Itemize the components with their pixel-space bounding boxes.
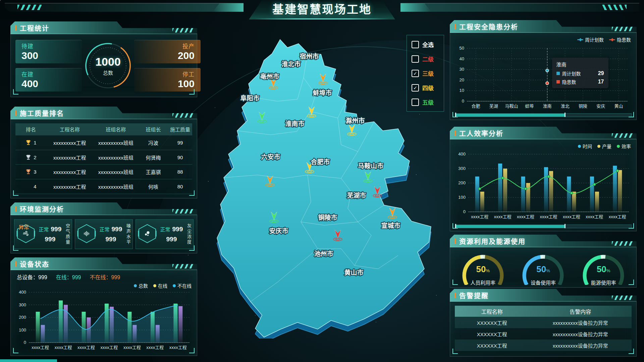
alarm-content-cell: xxxxxxxxxx设备拉力异常 <box>529 342 632 349</box>
datazoom-fill[interactable] <box>455 225 565 228</box>
slashes-icon <box>612 26 633 31</box>
filter-option-四级[interactable]: ✓四级 <box>407 80 444 95</box>
filter-label: 五级 <box>422 98 434 106</box>
safety-legend: 周计划数隐患数 <box>577 36 631 43</box>
datazoom-slider[interactable] <box>455 113 632 117</box>
svg-text:400: 400 <box>458 152 466 157</box>
legend-dot-icon <box>578 145 581 148</box>
filter-label: 二级 <box>422 55 434 63</box>
legend-item-在线[interactable]: 在线 <box>153 282 167 289</box>
checkbox-icon[interactable] <box>412 99 419 106</box>
datazoom-handle[interactable] <box>565 224 566 228</box>
panel-resources: 资源利用及能源使用 50%人员利用率50%设备使用率50%能源使用率 <box>450 235 637 288</box>
legend-item-周计划数[interactable]: 周计划数 <box>577 36 604 43</box>
legend-item-产量[interactable]: 产量 <box>597 143 611 149</box>
page-header: 基建智慧现场工地 <box>0 0 644 21</box>
team-name-cell: xxxxxxxxxx班组 <box>93 139 139 146</box>
filter-option-全选[interactable]: 全选 <box>407 37 444 52</box>
legend-item-总数[interactable]: 总数 <box>134 282 148 289</box>
datazoom-fill[interactable] <box>455 114 565 117</box>
legend-label: 总数 <box>139 282 148 289</box>
map-city-label-阜阳市[interactable]: 阜阳市 <box>240 95 259 102</box>
map-city-label-黄山市[interactable]: 黄山市 <box>344 269 363 276</box>
legend-item-时间[interactable]: 时间 <box>578 143 592 149</box>
svg-text:xxxx工程: xxxx工程 <box>55 345 72 350</box>
alarm-row: XXXXXX工程xxxxxxxxxx设备拉力异常 <box>455 340 632 351</box>
legend-label: 产量 <box>602 143 611 149</box>
checkbox-icon[interactable]: ✓ <box>412 70 419 77</box>
map-city-label-宣城市[interactable]: 宣城市 <box>381 222 400 229</box>
header-decoration-right <box>400 3 639 12</box>
tooltip-series-icon <box>556 80 560 83</box>
project-name-cell: xxxxxxxxx工程 <box>46 183 93 190</box>
legend-item-效率[interactable]: 效率 <box>617 143 631 149</box>
score-cell: 90 <box>168 155 192 160</box>
header-tick-icon <box>15 25 16 31</box>
filter-label: 四级 <box>422 83 434 92</box>
filter-option-三级[interactable]: ✓三级 <box>407 66 444 80</box>
donut-total-label: 总数 <box>95 69 121 76</box>
filter-option-五级[interactable]: 五级 <box>407 95 444 109</box>
map-city-label-六安市[interactable]: 六安市 <box>261 153 280 161</box>
legend-dot-icon <box>173 284 176 287</box>
legend-item-隐患数[interactable]: 隐患数 <box>609 36 631 43</box>
gauge-unit: % <box>486 268 490 273</box>
legend-item-不在线[interactable]: 不在线 <box>173 282 192 289</box>
datazoom-handle[interactable] <box>455 113 456 117</box>
gauge-label: 能源使用率 <box>574 279 633 286</box>
map-city-label-淮北市[interactable]: 淮北市 <box>281 60 301 68</box>
panel-title: 工程安全隐患分析 <box>459 22 518 32</box>
svg-text:黄山: 黄山 <box>614 104 623 109</box>
env-values: 正常999异常999 <box>159 226 184 243</box>
svg-text:300: 300 <box>19 302 26 307</box>
map-city-label-铜陵市[interactable]: 铜陵市 <box>318 214 337 221</box>
slashes-icon <box>612 133 633 138</box>
leader-cell: 王嘉骐 <box>139 168 168 175</box>
column-header: 告警内容 <box>529 307 632 315</box>
checkbox-icon[interactable] <box>412 55 419 63</box>
svg-text:300: 300 <box>458 166 466 171</box>
panel-title: 工程统计 <box>20 23 49 33</box>
map-city-label-安庆市[interactable]: 安庆市 <box>269 227 288 235</box>
gauges-row: 50%人员利用率50%设备使用率50%能源使用率 <box>453 249 634 286</box>
device-stat-label: 总设备： <box>17 275 38 280</box>
map-city-label-池州市[interactable]: 池州市 <box>314 250 333 257</box>
panel-alarms: 告警提醒 工程名称告警内容XXXXXX工程xxxxxxxxxx设备拉力异常XXX… <box>450 289 637 357</box>
legend-dot-icon <box>153 284 156 287</box>
map-city-label-马鞍山市[interactable]: 马鞍山市 <box>358 162 383 170</box>
filter-option-二级[interactable]: 二级 <box>407 52 444 66</box>
alarm-project-cell: XXXXXX工程 <box>455 330 529 338</box>
trophy-icon <box>25 154 32 161</box>
svg-text:10: 10 <box>460 88 464 93</box>
datazoom-slider[interactable] <box>455 225 632 228</box>
gauge-人员利用率: 50%人员利用率 <box>453 249 513 288</box>
environment-cards: 正常999异常999空气质量正常999异常999噪声水平正常999异常999灰尘… <box>14 219 194 249</box>
panel-header: 设备状态 <box>10 257 197 270</box>
map-city-label-淮南市[interactable]: 淮南市 <box>285 120 304 127</box>
stats-right-column: 投产200停工100 <box>134 40 201 92</box>
gauge-value: 50% <box>574 264 633 275</box>
svg-text:xxxx工程: xxxx工程 <box>586 214 603 219</box>
map-city-label-合肥市[interactable]: 合肥市 <box>311 158 330 166</box>
datazoom-handle[interactable] <box>565 113 566 117</box>
gauge-value: 50% <box>453 264 513 275</box>
map-city-label-滁州市[interactable]: 滁州市 <box>345 117 365 124</box>
team-name-cell: xxxxxxxxxx班组 <box>93 154 139 161</box>
bottom-accent-strip <box>0 359 57 362</box>
header-tick-icon <box>454 293 456 298</box>
checkbox-icon[interactable] <box>412 41 419 48</box>
score-cell: 88 <box>168 169 192 175</box>
map-city-label-宿州市[interactable]: 宿州市 <box>300 53 319 60</box>
map-city-label-蚌埠市[interactable]: 蚌埠市 <box>313 89 332 97</box>
panel-quality-ranking: 施工质量排名 排名工程名称班组名称班组长施工质量1xxxxxxxxx工程xxxx… <box>10 107 197 198</box>
datazoom-handle[interactable] <box>455 224 456 228</box>
map-city-label-亳州市[interactable]: 亳州市 <box>260 73 279 80</box>
checkbox-icon[interactable]: ✓ <box>412 84 419 92</box>
efficiency-chart-canvas: 0100200300400xxxx工程xxxx工程xxxx工程xxxx工程xxx… <box>455 151 632 223</box>
alarm-content-cell: xxxxxxxxxx设备拉力异常 <box>529 330 632 338</box>
chart-tooltip: 淮南周计划数29隐患数17 <box>552 58 608 88</box>
quality-table-header: 排名工程名称班组名称班组长施工质量 <box>15 123 192 135</box>
column-header: 排名 <box>15 126 46 133</box>
panel-body: 总设备：999在线：999不在线：999 总数在线不在线 01002003004… <box>10 270 197 356</box>
map-city-label-芜湖市[interactable]: 芜湖市 <box>347 192 366 199</box>
